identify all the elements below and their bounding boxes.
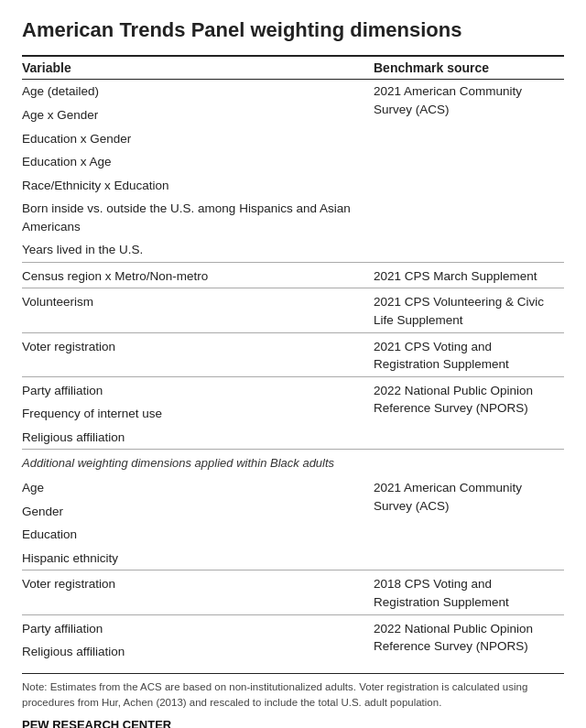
variable-cell: Voter registration (22, 332, 363, 376)
variable-cell: Age x Gender (22, 103, 363, 127)
variable-cell: Religious affiliation (22, 426, 363, 450)
benchmark-cell: 2018 CPS Voting and Registration Supplem… (363, 570, 564, 614)
italic-section-label: Additional weighting dimensions applied … (22, 450, 564, 476)
variable-cell: Education x Age (22, 150, 363, 174)
variable-cell: Census region x Metro/Non-metro (22, 262, 363, 288)
col-header-benchmark: Benchmark source (363, 56, 564, 80)
variable-cell: Volunteerism (22, 288, 363, 332)
variable-cell: Born inside vs. outside the U.S. among H… (22, 197, 363, 238)
variable-cell: Education x Gender (22, 127, 363, 151)
weighting-table: Variable Benchmark source Age (detailed)… (22, 55, 564, 663)
col-header-variable: Variable (22, 56, 363, 80)
benchmark-cell: 2022 National Public Opinion Reference S… (363, 614, 564, 664)
variable-cell: Race/Ethnicity x Education (22, 174, 363, 198)
benchmark-cell: 2021 CPS Voting and Registration Supplem… (363, 332, 564, 376)
variable-cell: Party affiliation (22, 614, 363, 640)
page-title: American Trends Panel weighting dimensio… (22, 18, 564, 42)
variable-cell: Hispanic ethnicity (22, 547, 363, 570)
variable-cell: Party affiliation (22, 376, 363, 402)
benchmark-cell: 2021 CPS Volunteering & Civic Life Suppl… (363, 288, 564, 332)
benchmark-cell: 2021 CPS March Supplement (363, 262, 564, 288)
variable-cell: Religious affiliation (22, 640, 363, 664)
variable-cell: Age (22, 476, 363, 500)
variable-cell: Voter registration (22, 570, 363, 614)
variable-cell: Frequency of internet use (22, 402, 363, 426)
benchmark-cell: 2021 American Community Survey (ACS) (363, 80, 564, 263)
variable-cell: Age (detailed) (22, 80, 363, 103)
benchmark-cell: 2021 American Community Survey (ACS) (363, 476, 564, 570)
pew-credit: PEW RESEARCH CENTER (22, 718, 564, 728)
variable-cell: Years lived in the U.S. (22, 238, 363, 262)
footer-note: Note: Estimates from the ACS are based o… (22, 673, 564, 712)
benchmark-cell: 2022 National Public Opinion Reference S… (363, 376, 564, 450)
variable-cell: Education (22, 523, 363, 547)
variable-cell: Gender (22, 500, 363, 524)
